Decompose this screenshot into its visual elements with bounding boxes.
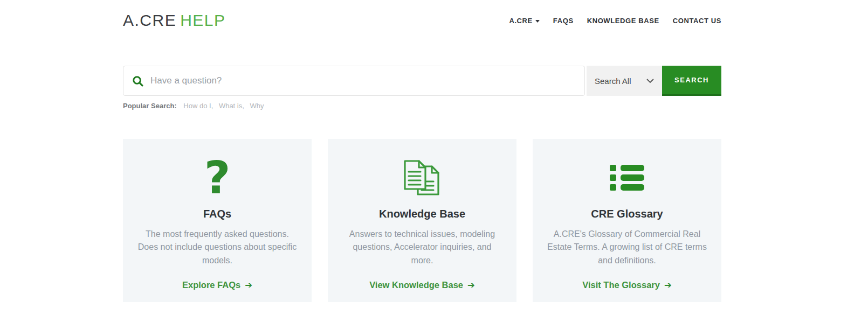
popular-search-item[interactable]: Why [250, 102, 264, 110]
list-icon [609, 164, 645, 191]
documents-icon [403, 159, 442, 197]
card-description: The most frequently asked questions. Doe… [136, 228, 299, 267]
link-label: Visit The Glossary [582, 280, 660, 290]
search-filter-select[interactable]: Search All [587, 66, 662, 96]
question-mark-glyph: ? [204, 155, 231, 200]
search-input-container [123, 66, 585, 96]
nav-item-knowledge-base[interactable]: KNOWLEDGE BASE [587, 17, 659, 25]
card-cre-glossary: CRE Glossary A.CRE's Glossary of Commerc… [533, 139, 721, 302]
arrow-right-icon: ➔ [467, 280, 475, 290]
card-title: Knowledge Base [328, 208, 516, 220]
arrow-right-icon: ➔ [245, 280, 252, 290]
search-input[interactable] [149, 75, 576, 87]
card-faqs: ? FAQs The most frequently asked questio… [123, 139, 312, 302]
caret-down-icon [535, 20, 540, 23]
site-header: A.CREHELP A.CRE FAQS KNOWLEDGE BASE CONT… [0, 0, 868, 37]
logo-text-green: HELP [180, 11, 225, 29]
popular-search-item[interactable]: How do I, [183, 102, 213, 110]
search-icon [132, 75, 143, 87]
nav-item-acre[interactable]: A.CRE [509, 17, 539, 25]
search-bar: Search All SEARCH [123, 66, 721, 96]
site-logo[interactable]: A.CREHELP [123, 11, 226, 30]
chevron-down-icon [646, 79, 654, 83]
search-button[interactable]: SEARCH [662, 66, 721, 96]
card-title: FAQs [123, 208, 312, 220]
nav-item-label: A.CRE [509, 17, 532, 25]
link-label: Explore FAQs [182, 280, 240, 290]
card-description: A.CRE's Glossary of Commercial Real Esta… [546, 228, 708, 267]
nav-item-contact-us[interactable]: CONTACT US [673, 17, 721, 25]
nav-item-label: KNOWLEDGE BASE [587, 17, 659, 25]
nav-item-label: CONTACT US [673, 17, 721, 25]
logo-text-dark: A.CRE [123, 11, 176, 29]
popular-search-row: Popular Search: How do I, What is, Why [123, 102, 721, 110]
help-cards: ? FAQs The most frequently asked questio… [123, 139, 721, 302]
visit-glossary-link[interactable]: Visit The Glossary➔ [582, 280, 672, 290]
view-knowledge-base-link[interactable]: View Knowledge Base➔ [369, 280, 475, 290]
arrow-right-icon: ➔ [664, 280, 672, 290]
popular-search-item[interactable]: What is, [219, 102, 244, 110]
main-content: Search All SEARCH Popular Search: How do… [0, 66, 868, 302]
nav-item-faqs[interactable]: FAQS [553, 17, 574, 25]
question-mark-icon: ? [123, 152, 312, 204]
explore-faqs-link[interactable]: Explore FAQs➔ [182, 280, 252, 290]
card-description: Answers to technical issues, modeling qu… [341, 228, 504, 267]
main-nav: A.CRE FAQS KNOWLEDGE BASE CONTACT US [509, 17, 721, 25]
popular-search-label: Popular Search: [123, 102, 177, 110]
card-knowledge-base: Knowledge Base Answers to technical issu… [328, 139, 516, 302]
link-label: View Knowledge Base [369, 280, 463, 290]
nav-item-label: FAQS [553, 17, 574, 25]
search-filter-value: Search All [595, 76, 631, 86]
card-title: CRE Glossary [533, 208, 721, 220]
